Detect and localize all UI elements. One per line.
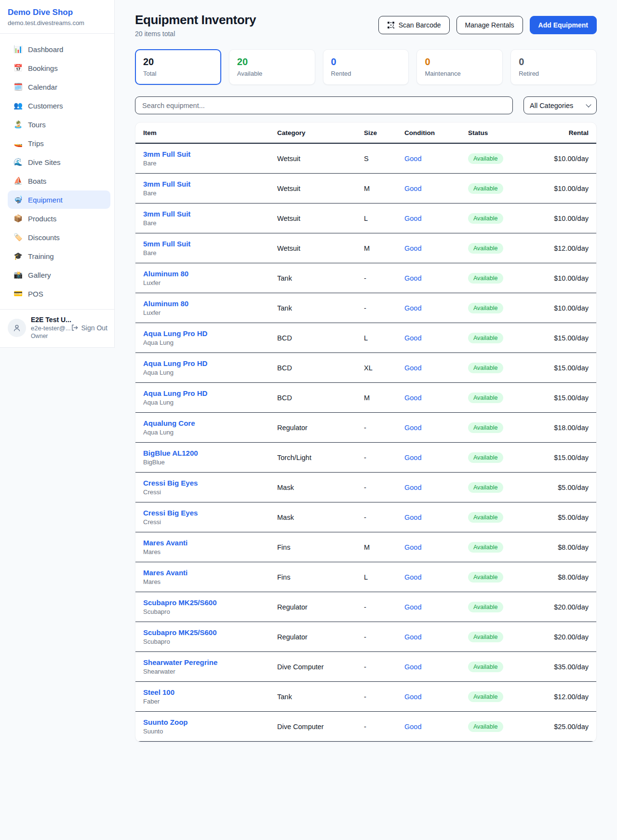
sidebar-item-customers[interactable]: 👥 Customers <box>8 96 110 115</box>
condition-link[interactable]: Good <box>404 633 421 641</box>
sidebar-item-products[interactable]: 📦 Products <box>8 209 110 228</box>
item-link[interactable]: 3mm Full Suit <box>143 210 190 218</box>
sign-out-button[interactable]: Sign Out <box>70 324 107 332</box>
condition-link[interactable]: Good <box>404 394 421 402</box>
item-link[interactable]: Mares Avanti <box>143 539 188 547</box>
item-link[interactable]: Aqua Lung Pro HD <box>143 329 207 338</box>
item-link[interactable]: BigBlue AL1200 <box>143 449 198 457</box>
condition-link[interactable]: Good <box>404 723 421 731</box>
column-header-category: Category <box>277 129 364 136</box>
item-link[interactable]: Cressi Big Eyes <box>143 509 198 517</box>
table-row: Cressi Big Eyes Cressi Mask - Good Avail… <box>135 473 596 502</box>
item-link[interactable]: 3mm Full Suit <box>143 180 190 188</box>
nav-item-icon: 📦 <box>13 214 23 223</box>
rental-price: $10.00/day <box>531 185 589 192</box>
condition-link[interactable]: Good <box>404 424 421 432</box>
status-badge: Available <box>468 662 503 672</box>
sidebar-item-training[interactable]: 🎓 Training <box>8 247 110 265</box>
condition-link[interactable]: Good <box>404 573 421 581</box>
item-size: S <box>364 155 404 163</box>
nav-item-label: Trips <box>28 139 44 148</box>
barcode-scan-icon <box>387 21 395 29</box>
condition-link[interactable]: Good <box>404 484 421 491</box>
condition-link[interactable]: Good <box>404 185 421 192</box>
item-link[interactable]: Mares Avanti <box>143 569 188 577</box>
add-equipment-button[interactable]: Add Equipment <box>530 16 597 34</box>
sidebar-item-dashboard[interactable]: 📊 Dashboard <box>8 40 110 58</box>
item-link[interactable]: Aqualung Core <box>143 419 195 427</box>
item-category: Regulator <box>277 424 364 432</box>
condition-link[interactable]: Good <box>404 244 421 252</box>
status-badge: Available <box>468 721 503 732</box>
brand-title: Demo Dive Shop <box>8 8 107 17</box>
stat-card-rented[interactable]: 0 Rented <box>323 49 409 85</box>
table-row: Scubapro MK25/S600 Scubapro Regulator - … <box>135 622 596 652</box>
stat-value: 20 <box>237 56 307 68</box>
item-link[interactable]: Aluminum 80 <box>143 299 188 308</box>
condition-link[interactable]: Good <box>404 543 421 551</box>
condition-link[interactable]: Good <box>404 514 421 521</box>
condition-link[interactable]: Good <box>404 274 421 282</box>
stat-card-retired[interactable]: 0 Retired <box>510 49 597 85</box>
stat-card-maintenance[interactable]: 0 Maintenance <box>416 49 503 85</box>
condition-link[interactable]: Good <box>404 304 421 312</box>
condition-link[interactable]: Good <box>404 334 421 342</box>
condition-link[interactable]: Good <box>404 454 421 461</box>
rental-price: $8.00/day <box>531 573 589 581</box>
stat-card-available[interactable]: 20 Available <box>229 49 315 85</box>
scan-barcode-button[interactable]: Scan Barcode <box>378 16 450 34</box>
item-link[interactable]: Steel 100 <box>143 688 174 696</box>
item-link[interactable]: Scubapro MK25/S600 <box>143 598 217 607</box>
sidebar-item-dive-sites[interactable]: 🌊 Dive Sites <box>8 153 110 171</box>
table-row: Aqua Lung Pro HD Aqua Lung BCD XL Good A… <box>135 353 596 383</box>
item-link[interactable]: Aluminum 80 <box>143 270 188 278</box>
user-email: e2e-tester@... <box>31 325 66 332</box>
item-brand: Aqua Lung <box>143 339 277 346</box>
items-total-count: 20 items total <box>135 30 256 38</box>
item-size: - <box>364 304 404 312</box>
item-link[interactable]: Suunto Zoop <box>143 718 188 726</box>
sidebar-item-calendar[interactable]: 🗓️ Calendar <box>8 78 110 96</box>
rental-price: $35.00/day <box>531 663 589 671</box>
item-link[interactable]: 5mm Full Suit <box>143 240 190 248</box>
item-link[interactable]: Scubapro MK25/S600 <box>143 628 217 637</box>
nav-item-icon: 🤿 <box>13 195 23 204</box>
search-input[interactable] <box>135 96 513 114</box>
item-link[interactable]: Cressi Big Eyes <box>143 479 198 487</box>
item-link[interactable]: 3mm Full Suit <box>143 150 190 158</box>
sidebar-item-discounts[interactable]: 🏷️ Discounts <box>8 228 110 246</box>
stat-card-total[interactable]: 20 Total <box>135 49 221 85</box>
item-brand: Suunto <box>143 728 277 735</box>
user-name: E2E Test U... <box>31 316 66 324</box>
status-badge: Available <box>468 363 503 373</box>
category-filter[interactable]: All Categories <box>523 96 597 114</box>
sidebar-item-tours[interactable]: 🏝️ Tours <box>8 115 110 134</box>
item-size: - <box>364 514 404 521</box>
condition-link[interactable]: Good <box>404 215 421 222</box>
nav-item-label: Equipment <box>28 196 63 204</box>
sidebar-item-gallery[interactable]: 📸 Gallery <box>8 266 110 284</box>
condition-link[interactable]: Good <box>404 603 421 611</box>
nav-item-label: Customers <box>28 102 63 110</box>
sidebar-item-trips[interactable]: 🚤 Trips <box>8 134 110 152</box>
sidebar-item-bookings[interactable]: 📅 Bookings <box>8 59 110 77</box>
item-size: - <box>364 484 404 491</box>
condition-link[interactable]: Good <box>404 693 421 701</box>
table-row: Scubapro MK25/S600 Scubapro Regulator - … <box>135 592 596 622</box>
item-link[interactable]: Aqua Lung Pro HD <box>143 359 207 367</box>
condition-link[interactable]: Good <box>404 155 421 163</box>
item-link[interactable]: Shearwater Peregrine <box>143 658 217 666</box>
item-link[interactable]: Aqua Lung Pro HD <box>143 389 207 397</box>
nav-item-icon: 🚤 <box>13 139 23 148</box>
table-row: Cressi Big Eyes Cressi Mask - Good Avail… <box>135 502 596 532</box>
sidebar-item-pos[interactable]: 💳 POS <box>8 285 110 303</box>
rental-price: $5.00/day <box>531 484 589 491</box>
status-badge: Available <box>468 452 503 463</box>
item-category: Dive Computer <box>277 723 364 731</box>
condition-link[interactable]: Good <box>404 663 421 671</box>
sidebar-item-equipment[interactable]: 🤿 Equipment <box>8 190 110 209</box>
item-size: - <box>364 274 404 282</box>
manage-rentals-button[interactable]: Manage Rentals <box>456 16 523 34</box>
condition-link[interactable]: Good <box>404 364 421 372</box>
sidebar-item-boats[interactable]: ⛵ Boats <box>8 172 110 190</box>
